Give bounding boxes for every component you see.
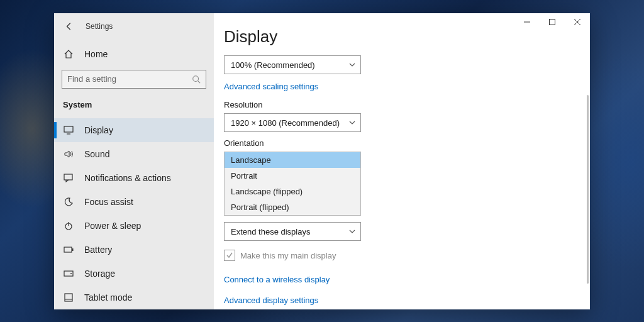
scale-combobox[interactable]: 100% (Recommended) [224, 55, 361, 74]
advanced-scaling-link[interactable]: Advanced scaling settings [224, 82, 318, 91]
sidebar: Settings Home System Display [54, 13, 214, 309]
scale-value: 100% (Recommended) [231, 60, 315, 70]
sidebar-item-label: Notifications & actions [84, 173, 171, 183]
sidebar-item-battery[interactable]: Battery [54, 238, 214, 262]
power-icon [63, 221, 74, 231]
wireless-display-link[interactable]: Connect to a wireless display [224, 275, 330, 284]
sidebar-item-label: Tablet mode [84, 292, 132, 303]
advanced-display-link[interactable]: Advanced display settings [224, 296, 318, 305]
multidisplay-value: Extend these displays [231, 227, 310, 236]
chevron-down-icon [349, 228, 355, 235]
orientation-option-landscape[interactable]: Landscape [225, 152, 360, 168]
sidebar-item-power[interactable]: Power & sleep [54, 214, 214, 238]
sidebar-item-sound[interactable]: Sound [54, 142, 214, 166]
svg-rect-7 [64, 247, 72, 252]
main-display-checkbox-label: Make this my main display [240, 251, 336, 260]
sidebar-item-label: Display [84, 125, 113, 135]
content-area: Display 100% (Recommended) Advanced scal… [214, 13, 590, 309]
sidebar-item-focus-assist[interactable]: Focus assist [54, 190, 214, 214]
sidebar-item-storage[interactable]: Storage [54, 262, 214, 286]
main-panel: Display 100% (Recommended) Advanced scal… [214, 13, 590, 309]
orientation-option-portrait-flipped[interactable]: Portrait (flipped) [225, 199, 360, 215]
search-box[interactable] [62, 70, 206, 89]
sidebar-item-notifications[interactable]: Notifications & actions [54, 166, 214, 190]
sidebar-item-label: Power & sleep [84, 221, 141, 231]
orientation-option-landscape-flipped[interactable]: Landscape (flipped) [225, 184, 360, 199]
sidebar-nav: Display Sound Notifications & actions Fo… [54, 118, 214, 309]
resolution-combobox[interactable]: 1920 × 1080 (Recommended) [224, 113, 361, 132]
monitor-icon [63, 126, 74, 135]
sidebar-item-tablet[interactable]: Tablet mode [54, 286, 214, 309]
svg-rect-4 [64, 174, 72, 180]
sidebar-item-label: Battery [84, 245, 112, 255]
moon-icon [63, 197, 74, 207]
arrow-left-icon [65, 22, 74, 31]
titlebar-left: Settings [54, 18, 214, 35]
drive-icon [63, 270, 74, 277]
main-display-checkbox-row[interactable]: Make this my main display [224, 250, 590, 261]
svg-rect-11 [65, 294, 72, 301]
app-title: Settings [86, 22, 113, 31]
orientation-option-portrait[interactable]: Portrait [225, 168, 360, 184]
desktop-wallpaper: Settings Home System Display [0, 0, 644, 322]
svg-rect-2 [64, 126, 73, 132]
back-button[interactable] [62, 19, 77, 34]
multidisplay-combobox[interactable]: Extend these displays [224, 222, 361, 241]
home-icon [63, 49, 74, 59]
resolution-label: Resolution [224, 100, 590, 109]
svg-line-1 [198, 81, 201, 84]
scrollbar[interactable] [587, 95, 589, 284]
resolution-value: 1920 × 1080 (Recommended) [231, 118, 340, 128]
settings-window: Settings Home System Display [54, 13, 590, 309]
category-label: System [54, 95, 214, 118]
orientation-label: Orientation [224, 138, 590, 148]
sidebar-item-label: Sound [84, 149, 109, 159]
chevron-down-icon [349, 119, 355, 126]
checkbox-icon [224, 250, 235, 261]
message-icon [63, 174, 74, 182]
sidebar-item-label: Storage [84, 269, 115, 279]
svg-point-10 [70, 273, 72, 274]
sidebar-item-label: Focus assist [84, 197, 133, 207]
sidebar-item-display[interactable]: Display [54, 118, 214, 142]
chevron-down-icon [349, 62, 355, 68]
search-input[interactable] [67, 74, 192, 84]
search-icon [192, 75, 201, 84]
orientation-dropdown[interactable]: Landscape Portrait Landscape (flipped) P… [224, 152, 361, 216]
tablet-icon [63, 293, 74, 302]
page-title: Display [224, 27, 590, 47]
svg-rect-8 [72, 248, 74, 251]
battery-icon [63, 247, 74, 253]
home-label: Home [84, 49, 108, 59]
svg-point-0 [193, 76, 199, 82]
speaker-icon [63, 150, 74, 158]
home-button[interactable]: Home [54, 43, 214, 65]
